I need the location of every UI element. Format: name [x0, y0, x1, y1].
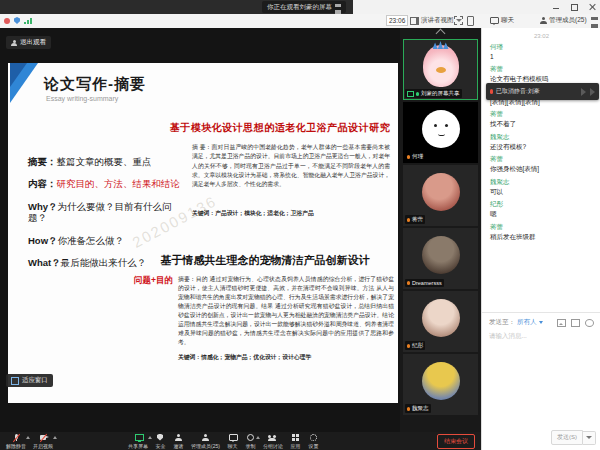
start-video-button[interactable]: 开启视频 — [33, 434, 53, 449]
viewing-banner-label: 你正在观看刘豪的屏幕 — [267, 3, 332, 12]
layout-icon — [410, 17, 419, 25]
chat-panel: 23:02 何瑾1 蒋蕾论文有电子档模板吗 蒋蕾[表情][表情][表情] 蒋蕾找… — [481, 28, 600, 450]
message-input[interactable]: 请输入消息... — [482, 329, 600, 344]
meeting-timer: 23:06 — [386, 14, 408, 27]
person-icon — [200, 434, 211, 442]
phone-mode-button[interactable] — [467, 14, 474, 27]
meeting-window: 你正在观看刘豪的屏幕 23:06 演讲者视图 — [0, 0, 600, 450]
share-screen-button[interactable]: 共享屏幕 — [128, 434, 148, 449]
participant-label: 蒋蕾 — [405, 215, 425, 224]
close-icon[interactable] — [588, 3, 596, 11]
chevron-up-icon[interactable] — [26, 436, 30, 439]
screenshot-icon[interactable] — [571, 319, 580, 327]
paper2-title: 基于情感共生理念的宠物清洁产品创新设计 — [134, 253, 396, 268]
send-options-button[interactable] — [583, 431, 596, 445]
participant-tile[interactable]: 何瑾 — [403, 102, 478, 163]
paper1-keywords: 关键词：产品设计；模块化；适老化；卫浴产品 — [192, 209, 390, 218]
chat-bubble-icon — [227, 434, 238, 442]
record-button[interactable]: 录制 — [245, 434, 256, 449]
security-button[interactable]: 安全 — [155, 434, 166, 449]
chevron-up-icon[interactable] — [53, 436, 57, 439]
participant-tile-sharer[interactable]: 刘豪的屏幕共享 — [403, 39, 478, 100]
viewing-screen-banner[interactable]: 你正在观看刘豪的屏幕 — [262, 1, 346, 13]
input-toolbar — [557, 319, 594, 327]
mic-muted-icon — [11, 434, 22, 442]
toast-text: 已取消静音:刘豪 — [496, 87, 540, 96]
share-screen-icon — [133, 434, 144, 442]
participant-tile[interactable]: 蒋蕾 — [403, 165, 478, 226]
chat-button[interactable]: 聊天 — [227, 434, 238, 449]
chat-message-list: 何瑾1 蒋蕾论文有电子档模板吗 蒋蕾[表情][表情][表情] 蒋蕾找不着了 魏聚… — [482, 43, 600, 241]
mic-on-icon — [416, 92, 419, 96]
record-indicator-icon — [4, 18, 10, 24]
viewer-icon — [11, 40, 17, 46]
apps-grid-icon — [290, 434, 301, 442]
chat-message: 蒋蕾找不着了 — [490, 110, 593, 128]
avatar-photo — [422, 236, 460, 274]
participant-tile[interactable]: Dreamersss — [403, 228, 478, 289]
gear-icon — [308, 434, 319, 442]
mic-muted-icon — [407, 407, 410, 411]
mic-muted-icon — [407, 155, 410, 159]
status-icons — [4, 14, 32, 27]
network-signal-icon — [24, 17, 32, 24]
members-panel-tab[interactable]: 管理成员(25) — [540, 14, 587, 27]
breakout-rooms-button[interactable]: 分组讨论 — [263, 434, 283, 449]
chevron-right-icon — [581, 88, 586, 96]
mic-icon — [490, 89, 493, 94]
collapse-strip-icon[interactable] — [436, 29, 446, 39]
mic-muted-icon — [407, 218, 410, 222]
exit-viewing-label: 退出观看 — [20, 38, 46, 47]
exit-viewing-button[interactable]: 退出观看 — [6, 36, 51, 49]
participant-label: Dreamersss — [405, 279, 444, 287]
invite-button[interactable]: 邀请 — [173, 434, 184, 449]
send-to-selector[interactable]: 所有人 — [517, 318, 543, 327]
banner-menu-icon[interactable] — [335, 4, 341, 10]
end-meeting-button[interactable]: 结束会议 — [437, 434, 475, 449]
slide-subtitle: Essay writing-summary — [46, 95, 118, 102]
minimize-icon[interactable] — [552, 3, 560, 11]
record-icon — [245, 434, 256, 442]
fit-window-button[interactable]: 适应窗口 — [6, 374, 53, 387]
send-button[interactable]: 发送(S) — [551, 430, 583, 445]
chevron-down-icon — [539, 321, 543, 324]
chat-timestamp: 23:02 — [482, 33, 600, 39]
presentation-slide: 论文写作-摘要 Essay writing-summary 摘要：整篇文章的概要… — [8, 63, 398, 403]
slide-logo-triangle-dark-icon — [10, 63, 27, 87]
avatar-photo — [422, 299, 460, 337]
chat-panel-tab[interactable]: 聊天 — [490, 14, 514, 27]
send-row: 发送(S) — [551, 430, 596, 445]
members-tab-label: 管理成员(25) — [549, 16, 587, 25]
mic-muted-icon — [407, 344, 410, 348]
chat-tab-label: 聊天 — [501, 16, 514, 25]
mention-icon[interactable] — [585, 319, 594, 327]
participant-label: 纪彤 — [405, 341, 425, 350]
apps-button[interactable]: 应用 — [290, 434, 301, 449]
chevron-down-icon — [586, 436, 592, 439]
image-icon[interactable] — [557, 319, 566, 327]
send-to-row: 发送至： 所有人 — [482, 313, 600, 329]
paper1-abstract: 摘 要：面对日益严峻的中国老龄化趋势，老年人群体的一些基本需要尚未被满足，尤其是… — [192, 143, 390, 189]
top-bar: 23:06 演讲者视图 聊天 管理成员(25) — [0, 14, 600, 29]
view-mode-label: 演讲者视图 — [421, 16, 454, 25]
chat-message: 蒋蕾论文有电子档模板吗 — [490, 65, 593, 83]
fullscreen-button[interactable] — [454, 14, 463, 27]
point-content: 内容：研究目的、方法、结果和结论 — [28, 178, 188, 189]
point-abstract: 摘要：整篇文章的概要、重点 — [28, 156, 188, 167]
avatar-line-face — [422, 110, 460, 148]
manage-members-button[interactable]: 管理成员(25) — [191, 434, 220, 449]
settings-button[interactable]: 设置 — [308, 434, 319, 449]
meeting-toolbar: 解除静音 开启视频 共享屏幕 安全 邀请 管理成员(25) 聊天 — [0, 432, 481, 450]
window-controls — [552, 2, 596, 12]
participant-tile[interactable]: 魏聚志 — [403, 354, 478, 415]
participant-tile[interactable]: 纪彤 — [403, 291, 478, 352]
chat-bubble-icon — [490, 17, 499, 24]
unmuted-toast: 已取消静音:刘豪 — [486, 83, 599, 100]
chat-input-area: 发送至： 所有人 请输入消息... — [482, 312, 600, 344]
chevron-up-icon[interactable] — [148, 436, 152, 439]
chat-message: 魏聚志还没有模板? — [490, 133, 593, 151]
chevron-up-icon[interactable] — [256, 436, 260, 439]
maximize-icon[interactable] — [570, 3, 578, 11]
unmute-button[interactable]: 解除静音 — [6, 434, 26, 449]
panel-menu-button[interactable] — [591, 14, 598, 27]
